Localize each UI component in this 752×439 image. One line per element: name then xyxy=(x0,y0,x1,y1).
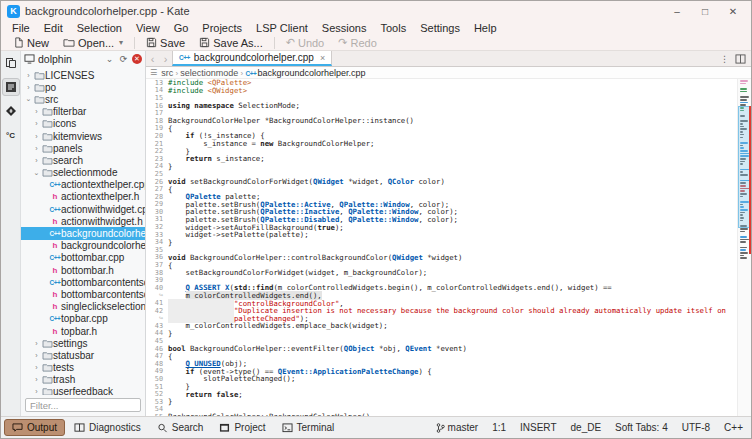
toolview-button-project[interactable]: Project xyxy=(212,420,272,435)
split-view-icon[interactable] xyxy=(735,54,746,64)
status-master[interactable]: master xyxy=(436,422,479,433)
breadcrumb-file[interactable]: backgroundcolorhelper.cpp xyxy=(258,68,366,78)
history-back-icon[interactable]: ‹ xyxy=(146,51,159,66)
code-lines[interactable]: 13#include <QPalette>14#include <QWidget… xyxy=(146,79,737,416)
code-line[interactable]: 23 return s_instance; xyxy=(146,155,737,163)
symbols-tool-button[interactable]: °C xyxy=(2,126,20,144)
menu-lsp-client[interactable]: LSP Client xyxy=(249,21,315,35)
tree-expand-arrow[interactable]: › xyxy=(32,388,41,395)
hamburger-icon[interactable]: ☰ xyxy=(150,68,157,77)
breadcrumb-selectionmode[interactable]: selectionmode xyxy=(180,68,238,78)
project-switch-chevron-icon[interactable]: ⌄ xyxy=(104,54,115,64)
tree-expand-arrow[interactable]: › xyxy=(32,376,41,383)
redo-button[interactable]: ↷Redo xyxy=(331,35,384,50)
maximize-button[interactable]: □ xyxy=(691,2,719,20)
save-button[interactable]: Save xyxy=(139,35,192,50)
menu-view[interactable]: View xyxy=(129,21,167,35)
status-soft-tabs-4[interactable]: Soft Tabs: 4 xyxy=(615,422,668,433)
save-as-button[interactable]: Save As... xyxy=(192,35,270,50)
open-dropdown-arrow[interactable]: ▾ xyxy=(119,38,123,47)
code-line[interactable]: 36void BackgroundColorHelper::controlBac… xyxy=(146,254,737,262)
status-insert[interactable]: INSERT xyxy=(520,422,557,433)
toolview-button-diagnostics[interactable]: Diagnostics xyxy=(67,420,148,435)
code-line[interactable]: 33 widget->setPalette(palette); xyxy=(146,231,737,239)
tree-item-tests[interactable]: ›tests xyxy=(21,362,145,374)
tree-item-topbar-h[interactable]: htopbar.h xyxy=(21,325,145,337)
tree-expand-arrow[interactable]: › xyxy=(32,340,41,347)
tree-item-icons[interactable]: ›icons xyxy=(21,118,145,130)
tree-expand-arrow[interactable]: › xyxy=(24,84,33,91)
tree-item-licenses[interactable]: ›LICENSES xyxy=(21,69,145,81)
code-line[interactable]: 24} xyxy=(146,163,737,171)
project-tool-button[interactable] xyxy=(2,78,20,96)
close-button[interactable]: ✕ xyxy=(719,2,747,20)
new-button[interactable]: New xyxy=(6,35,56,50)
code-line[interactable]: 38 setBackgroundColorForWidget(widget, m… xyxy=(146,269,737,277)
status-c++[interactable]: C++ xyxy=(724,422,743,433)
tree-expand-arrow[interactable]: › xyxy=(32,352,41,359)
code-line[interactable]: 14#include <QWidget> xyxy=(146,87,737,95)
status-de-de[interactable]: de_DE xyxy=(571,422,602,433)
code-line[interactable]: 53} xyxy=(146,398,737,406)
tree-item-panels[interactable]: ›panels xyxy=(21,142,145,154)
tree-item-backgroundcolorhelper-c-[interactable]: C++backgroundcolorhelper.c... xyxy=(21,227,145,239)
tree-item-filterbar[interactable]: ›filterbar xyxy=(21,106,145,118)
menu-file[interactable]: File xyxy=(5,21,37,35)
code-line[interactable]: 18BackgroundColorHelper *BackgroundColor… xyxy=(146,117,737,125)
tab-backgroundcolorhelper[interactable]: C++ backgroundcolorhelper.cpp × xyxy=(172,51,332,66)
tree-item-selectionmode[interactable]: ⌄selectionmode xyxy=(21,167,145,179)
tree-expand-arrow[interactable]: › xyxy=(32,364,41,371)
status-utf-8[interactable]: UTF-8 xyxy=(682,422,710,433)
tree-item-bottombar-h[interactable]: hbottombar.h xyxy=(21,264,145,276)
minimize-button[interactable]: – xyxy=(663,2,691,20)
toolview-button-output[interactable]: Output xyxy=(4,419,65,436)
titlebar[interactable]: K backgroundcolorhelper.cpp - Kate – □ ✕ xyxy=(1,1,751,21)
tree-item-actionwithwidget-cpp[interactable]: C++actionwithwidget.cpp xyxy=(21,203,145,215)
tree-item-actionwithwidget-h[interactable]: hactionwithwidget.h xyxy=(21,215,145,227)
tree-filter-input[interactable] xyxy=(25,398,141,412)
tree-item-topbar-cpp[interactable]: C++topbar.cpp xyxy=(21,313,145,325)
tree-item-kitemviews[interactable]: ›kitemviews xyxy=(21,130,145,142)
code-view[interactable]: 13#include <QPalette>14#include <QWidget… xyxy=(146,79,751,416)
git-tool-button[interactable] xyxy=(2,102,20,120)
menu-sessions[interactable]: Sessions xyxy=(315,21,374,35)
menu-go[interactable]: Go xyxy=(167,21,196,35)
tree-item-actiontexthelper-cpp[interactable]: C++actiontexthelper.cpp xyxy=(21,179,145,191)
toolview-button-search[interactable]: Search xyxy=(150,420,211,435)
tree-expand-arrow[interactable]: ⌄ xyxy=(24,95,33,103)
code-line[interactable]: 46bool BackgroundColorHelper::eventFilte… xyxy=(146,345,737,353)
menu-settings[interactable]: Settings xyxy=(413,21,467,35)
tree-item-bottombar-cpp[interactable]: C++bottombar.cpp xyxy=(21,252,145,264)
tree-expand-arrow[interactable]: › xyxy=(24,72,33,79)
tab-options-kebab-icon[interactable]: ⋮ xyxy=(720,54,729,64)
undo-button[interactable]: ↶Undo xyxy=(279,35,332,50)
tree-item-trash[interactable]: ›trash xyxy=(21,374,145,386)
minimap-scrollbar[interactable] xyxy=(737,79,751,416)
tree-item-statusbar[interactable]: ›statusbar xyxy=(21,349,145,361)
refresh-icon[interactable]: ⟳ xyxy=(118,54,129,64)
tree-expand-arrow[interactable]: › xyxy=(32,120,41,127)
code-line[interactable]: 16using namespace SelectionMode; xyxy=(146,102,737,110)
tree-item-po[interactable]: ›po xyxy=(21,81,145,93)
code-line[interactable]: 50 slotPaletteChanged(); xyxy=(146,375,737,383)
tree-item-userfeedback[interactable]: ›userfeedback xyxy=(21,386,145,395)
documents-tool-button[interactable] xyxy=(2,54,20,72)
tree-item-src[interactable]: ⌄src xyxy=(21,93,145,105)
menu-projects[interactable]: Projects xyxy=(195,21,249,35)
menu-selection[interactable]: Selection xyxy=(70,21,129,35)
tab-close-icon[interactable]: × xyxy=(318,53,325,63)
toolview-button-terminal[interactable]: Terminal xyxy=(275,420,342,435)
status-1-1[interactable]: 1:1 xyxy=(492,422,506,433)
menu-tools[interactable]: Tools xyxy=(373,21,413,35)
tree-item-actiontexthelper-h[interactable]: hactiontexthelper.h xyxy=(21,191,145,203)
tree-expand-arrow[interactable]: ⌄ xyxy=(32,169,41,177)
open-button[interactable]: Open...▾ xyxy=(56,35,130,50)
code-line[interactable]: 34} xyxy=(146,238,737,246)
breadcrumb-src[interactable]: src xyxy=(161,68,173,78)
code-line[interactable]: 26void setBackgroundColorForWidget(QWidg… xyxy=(146,178,737,186)
tree-item-search[interactable]: ›search xyxy=(21,154,145,166)
close-project-icon[interactable]: ✕ xyxy=(132,54,142,64)
code-line[interactable]: 44} xyxy=(146,330,737,338)
tree-item-bottombarcontentscont-[interactable]: C++bottombarcontentscont... xyxy=(21,276,145,288)
menu-help[interactable]: Help xyxy=(467,21,504,35)
